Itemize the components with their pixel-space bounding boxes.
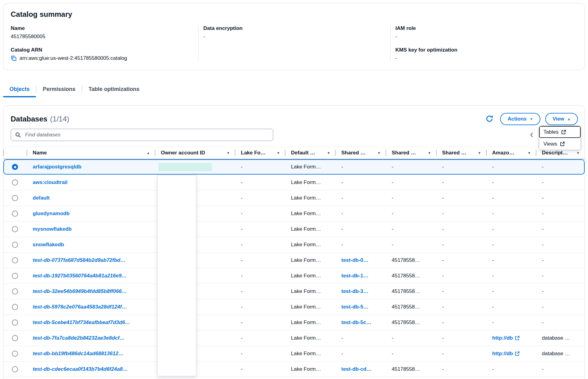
owner-account-dropdown[interactable] bbox=[157, 175, 196, 376]
table-row[interactable]: default-Lake Form…----- bbox=[3, 190, 585, 206]
table-row[interactable]: test-db-32ee54b6949b4fdd85b8ff066…-Lake … bbox=[3, 284, 585, 299]
filter-dropdown-icon[interactable]: ▼ bbox=[425, 151, 431, 155]
lake-formation-cell: - bbox=[235, 366, 285, 372]
database-url-link[interactable]: http://db bbox=[492, 351, 520, 357]
view-button[interactable]: View ▲ bbox=[545, 113, 578, 125]
filter-dropdown-icon[interactable]: ▼ bbox=[525, 151, 531, 155]
kms-key-value: - bbox=[395, 55, 571, 61]
table-row[interactable]: test-db-0737fa687d584b2d9ab72fbd…-Lake F… bbox=[3, 253, 585, 268]
row-radio[interactable] bbox=[12, 335, 18, 341]
column-header-amazo[interactable]: Amazo…▼ bbox=[486, 147, 536, 159]
row-radio[interactable] bbox=[12, 195, 18, 201]
filter-dropdown-icon[interactable]: ▼ bbox=[274, 151, 280, 155]
database-name-link[interactable]: test-db-0737fa687d584b2d9ab72fbd… bbox=[33, 257, 125, 263]
table-row[interactable]: arfarajpostgresqldb-Lake Form…----- bbox=[3, 159, 585, 175]
default-permissions-cell: Lake Form… bbox=[285, 179, 335, 186]
database-name-link[interactable]: test-db-bb19fb486dc14ad68813612… bbox=[33, 351, 124, 356]
column-header-shared[interactable]: Shared …▼ bbox=[436, 147, 486, 159]
name-cell: gluedynamodb bbox=[27, 211, 155, 217]
actions-button[interactable]: Actions ▼ bbox=[500, 113, 540, 125]
shared-database-cell: test-db-5c… bbox=[335, 319, 386, 326]
chevron-left-icon[interactable] bbox=[528, 132, 535, 138]
database-name-link[interactable]: test-db-5978c2e076aa4583a28df124f… bbox=[33, 304, 127, 310]
catalog-summary-title: Catalog summary bbox=[11, 10, 577, 19]
database-name-link[interactable]: test-db-32ee54b6949b4fdd85b8ff066… bbox=[33, 288, 127, 294]
shared-database-link[interactable]: test-db-5… bbox=[341, 304, 368, 310]
database-name-link[interactable]: test-db-1927b03560764a4b81a216e9… bbox=[33, 273, 127, 279]
table-row[interactable]: test-db-1927b03560764a4b81a216e9…-Lake F… bbox=[3, 268, 585, 284]
databases-title-text: Databases bbox=[11, 115, 47, 123]
filter-dropdown-icon[interactable]: ▼ bbox=[475, 151, 481, 155]
row-radio[interactable] bbox=[12, 211, 18, 217]
table-row[interactable]: test-db-cdec6ecaa0f143b7b4d6f24a8…-Lake … bbox=[3, 362, 585, 377]
database-name-link[interactable]: test-db-7fa7ca8de2b84232ae3e8dcf… bbox=[33, 335, 125, 341]
database-name-link[interactable]: mysnowflakedb bbox=[33, 226, 72, 232]
database-name-link[interactable]: test-db-cdec6ecaa0f143b7b4d6f24a8… bbox=[33, 366, 128, 372]
row-radio[interactable] bbox=[12, 319, 18, 326]
column-header-default[interactable]: Default …▼ bbox=[285, 147, 335, 159]
table-row[interactable]: gluedynamodb-Lake Form…----- bbox=[3, 206, 585, 222]
database-name-link[interactable]: test-db-5cebe417bf734eafbbeaf7d3d6… bbox=[33, 319, 130, 325]
column-header-lake-fo[interactable]: Lake Fo…▼ bbox=[235, 147, 285, 159]
description-cell: - bbox=[536, 195, 585, 201]
row-radio[interactable] bbox=[12, 164, 18, 170]
column-header-owner-account-id[interactable]: Owner account ID▼ bbox=[155, 147, 235, 159]
table-row[interactable]: test-db-5cebe417bf734eafbbeaf7d3d6…-Lake… bbox=[3, 315, 585, 330]
table-row[interactable]: aws:cloudtrail-Lake Form…----- bbox=[3, 175, 585, 190]
search-input[interactable] bbox=[11, 129, 273, 141]
amazon-resource-cell: - bbox=[486, 179, 536, 186]
amazon-resource-cell: - bbox=[486, 273, 536, 279]
shared-database-link[interactable]: test-db-1… bbox=[341, 273, 368, 279]
column-header-shared[interactable]: Shared …▼ bbox=[335, 147, 386, 159]
shared-database-link[interactable]: test-db-5c… bbox=[341, 319, 371, 325]
database-name-link[interactable]: arfarajpostgresqldb bbox=[33, 164, 82, 170]
sort-ascending-icon[interactable]: ▲ bbox=[144, 151, 150, 155]
column-header-shared[interactable]: Shared …▼ bbox=[386, 147, 436, 159]
description-cell: database … bbox=[536, 335, 585, 341]
shared-database-link[interactable]: test-db-cd… bbox=[341, 366, 372, 372]
column-header-name[interactable]: Name▲ bbox=[27, 147, 155, 159]
filter-dropdown-icon[interactable]: ▼ bbox=[325, 151, 330, 155]
refresh-button[interactable] bbox=[484, 113, 495, 125]
shared-database-cell: - bbox=[335, 195, 386, 201]
menu-item-views[interactable]: Views bbox=[539, 138, 581, 150]
row-radio[interactable] bbox=[12, 351, 18, 357]
shared-database-link[interactable]: test-db-3… bbox=[341, 288, 368, 294]
external-link-icon bbox=[515, 351, 520, 356]
table-row[interactable]: test-db-7fa7ca8de2b84232ae3e8dcf…-Lake F… bbox=[3, 330, 585, 346]
table-row[interactable]: mysnowflakedb-Lake Form…----- bbox=[3, 222, 585, 237]
filter-dropdown-icon[interactable]: ▼ bbox=[375, 151, 381, 155]
tab-table-optimizations[interactable]: Table optimizations bbox=[82, 83, 146, 97]
row-radio[interactable] bbox=[12, 226, 18, 232]
amazon-resource-cell: - bbox=[486, 319, 536, 326]
database-name-link[interactable]: gluedynamodb bbox=[33, 211, 70, 216]
shared-database-link[interactable]: test-db-0… bbox=[341, 257, 368, 263]
owner-account-cell[interactable] bbox=[155, 163, 235, 171]
table-row[interactable]: test-db-5978c2e076aa4583a28df124f…-Lake … bbox=[3, 299, 585, 315]
filter-dropdown-icon[interactable]: ▼ bbox=[224, 151, 230, 155]
tab-objects[interactable]: Objects bbox=[3, 83, 36, 97]
view-button-label: View bbox=[553, 116, 564, 122]
database-name-link[interactable]: snowflakedb bbox=[33, 242, 64, 247]
copy-icon[interactable] bbox=[11, 55, 17, 61]
row-radio[interactable] bbox=[12, 257, 18, 263]
menu-item-tables[interactable]: Tables bbox=[539, 126, 581, 138]
row-radio[interactable] bbox=[12, 366, 18, 372]
filter-dropdown-icon[interactable]: ▼ bbox=[574, 151, 580, 155]
database-url-link[interactable]: http://db bbox=[492, 335, 520, 341]
owner-edit-highlight[interactable] bbox=[158, 163, 212, 171]
refresh-icon bbox=[486, 115, 493, 123]
database-name-link[interactable]: aws:cloudtrail bbox=[33, 179, 67, 185]
default-permissions-cell: Lake Form… bbox=[285, 304, 335, 310]
row-radio[interactable] bbox=[12, 273, 18, 279]
table-row[interactable]: test-db-bb19fb486dc14ad68813612…-Lake Fo… bbox=[3, 346, 585, 362]
shared-database-cell: test-db-cd… bbox=[335, 366, 386, 372]
database-name-link[interactable]: default bbox=[33, 195, 50, 201]
lake-formation-cell: - bbox=[235, 195, 285, 201]
row-radio[interactable] bbox=[12, 242, 18, 248]
table-row[interactable]: snowflakedb-Lake Form…----- bbox=[3, 237, 585, 253]
row-radio[interactable] bbox=[12, 179, 18, 186]
row-radio[interactable] bbox=[12, 288, 18, 294]
row-radio[interactable] bbox=[12, 304, 18, 310]
tab-permissions[interactable]: Permissions bbox=[36, 83, 82, 97]
